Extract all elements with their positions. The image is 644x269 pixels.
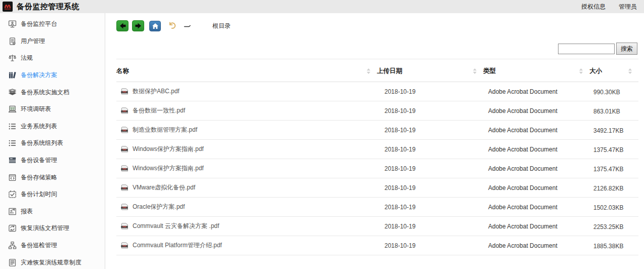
sitemap-icon [8,241,17,250]
column-header-2: 类型 [483,63,589,82]
table-row[interactable]: PDF VMware虚拟化备份.pdf 2018-10-19 Adobe Acr… [116,178,638,198]
svg-text:PDF: PDF [122,187,126,189]
file-size: 3492.17KB [589,121,638,140]
dash-icon [184,24,191,28]
svg-text:PDF: PDF [122,91,126,93]
page-title: 备份监控管理系统 [17,2,79,12]
table-row[interactable]: PDF 备份数据一致性.pdf 2018-10-19 Adobe Acrobat… [116,101,638,121]
svg-text:PDF: PDF [122,226,126,228]
sidebar-item-9[interactable]: 备份存储策略 [0,169,105,186]
sidebar-item-7[interactable]: 备份系统组列表 [0,135,105,152]
sidebar: 备份监控平台 用户管理 法规 备份解决方案 备份系统实施文档 环境调研表 业务系… [0,13,105,269]
pdf-file-icon: PDF [120,126,129,134]
file-size: 2253.25KB [589,217,638,236]
svg-text:PDF: PDF [122,110,126,112]
file-name-link[interactable]: Commvault 云灾备解决方案 .pdf [133,222,219,230]
books-icon [8,71,17,80]
table-row[interactable]: PDF 制造业数据管理方案.pdf 2018-10-19 Adobe Acrob… [116,121,638,140]
file-size: 1885.38KB [589,236,638,255]
file-name-link[interactable]: VMware虚拟化备份.pdf [133,183,195,192]
sidebar-item-14[interactable]: 灾难恢复演练规章制度 [0,254,105,269]
file-name-link[interactable]: Commvault Platform管理介绍.pdf [133,241,222,250]
sort-icon[interactable] [473,68,477,74]
back-button[interactable] [116,20,128,31]
file-table-body: PDF 数据保护ABC.pdf 2018-10-19 Adobe Acrobat… [116,82,638,255]
sidebar-item-0[interactable]: 备份监控平台 [0,16,105,33]
sidebar-item-3[interactable]: 备份解决方案 [0,67,105,84]
spreadsheet-icon [8,105,17,113]
file-name-link[interactable]: Windows保护方案指南.pdf [133,164,204,173]
column-header-0: 名称 [116,63,377,82]
table-row[interactable]: PDF Commvault 云灾备解决方案 .pdf 2018-10-19 Ad… [116,217,638,236]
sidebar-item-12[interactable]: 恢复演练文档管理 [0,220,105,237]
forward-button[interactable] [132,20,144,31]
sidebar-item-6[interactable]: 业务系统列表 [0,118,105,135]
sidebar-item-4[interactable]: 备份系统实施文档 [0,84,105,101]
file-table: 名称 上传日期 类型 [116,63,638,255]
upload-date: 2018-10-19 [377,82,483,101]
upload-date: 2018-10-19 [377,121,483,140]
upload-date: 2018-10-19 [377,101,483,121]
chart-icon [8,207,17,216]
sidebar-item-10[interactable]: 备份计划时间 [0,186,105,203]
file-type: Adobe Acrobat Document [483,217,589,236]
pdf-file-icon: PDF [120,203,129,211]
column-header-label: 名称 [116,67,129,75]
upload-date: 2018-10-19 [377,140,483,159]
file-name-link[interactable]: 数据保护ABC.pdf [133,87,180,96]
home-button[interactable] [149,21,161,31]
table-row[interactable]: PDF Windows保护方案指南.pdf 2018-10-19 Adobe A… [116,159,638,178]
file-name-link[interactable]: Windows保护方案指南.pdf [133,145,204,153]
search-input[interactable] [558,44,615,54]
minimize-button[interactable] [183,20,192,31]
file-type: Adobe Acrobat Document [483,178,589,198]
file-type: Adobe Acrobat Document [483,140,589,159]
file-name-link[interactable]: Oracle保护方案.pdf [133,203,185,211]
file-type: Adobe Acrobat Document [483,121,589,140]
column-header-label: 类型 [483,67,496,75]
file-type: Adobe Acrobat Document [483,82,589,101]
search-button[interactable]: 搜索 [616,43,637,55]
sort-icon[interactable] [579,68,583,74]
table-row[interactable]: PDF Windows保护方案指南.pdf 2018-10-19 Adobe A… [116,140,638,159]
sort-icon[interactable] [366,68,371,74]
file-type: Adobe Acrobat Document [483,236,589,255]
sidebar-item-1[interactable]: 用户管理 [0,33,105,50]
pdf-file-icon: PDF [120,184,129,191]
sidebar-item-13[interactable]: 备份巡检管理 [0,237,105,254]
sort-icon[interactable] [628,68,632,74]
file-size: 2126.82KB [589,178,638,198]
pdf-file-icon: PDF [120,165,129,172]
document-lines-icon [8,258,17,267]
table-header-row: 名称 上传日期 类型 [116,63,638,82]
sidebar-item-8[interactable]: 备份设备管理 [0,152,105,169]
table-row[interactable]: PDF Oracle保护方案.pdf 2018-10-19 Adobe Acro… [116,198,638,217]
admin-user-link[interactable]: 管理员 [619,3,637,11]
monitor-user-icon [8,20,17,28]
server-icon [8,156,17,165]
app-logo-icon [3,2,13,12]
file-toolbar: 根目录 [116,19,638,32]
list-icon [8,122,17,131]
svg-text:PDF: PDF [122,149,126,151]
file-type: Adobe Acrobat Document [483,198,589,217]
svg-text:PDF: PDF [122,168,126,170]
undo-button[interactable] [166,20,179,31]
file-size: 1375.47KB [589,159,638,178]
breadcrumb: 根目录 [212,22,231,30]
sidebar-item-11[interactable]: 报表 [0,203,105,220]
sidebar-item-2[interactable]: 法规 [0,50,105,67]
stacked-docs-icon [8,88,17,97]
app-header: 备份监控管理系统 授权信息 管理员 [0,0,644,13]
sidebar-item-5[interactable]: 环境调研表 [0,101,105,118]
pdf-file-icon: PDF [120,222,129,230]
license-info-link[interactable]: 授权信息 [581,3,606,11]
file-name-link[interactable]: 制造业数据管理方案.pdf [133,126,197,134]
file-type: Adobe Acrobat Document [483,159,589,178]
table-row[interactable]: PDF Commvault Platform管理介绍.pdf 2018-10-1… [116,236,638,255]
upload-date: 2018-10-19 [377,159,483,178]
arrow-left-icon [119,22,126,29]
table-row[interactable]: PDF 数据保护ABC.pdf 2018-10-19 Adobe Acrobat… [116,82,638,101]
column-header-label: 大小 [589,67,602,75]
file-name-link[interactable]: 备份数据一致性.pdf [133,106,185,115]
